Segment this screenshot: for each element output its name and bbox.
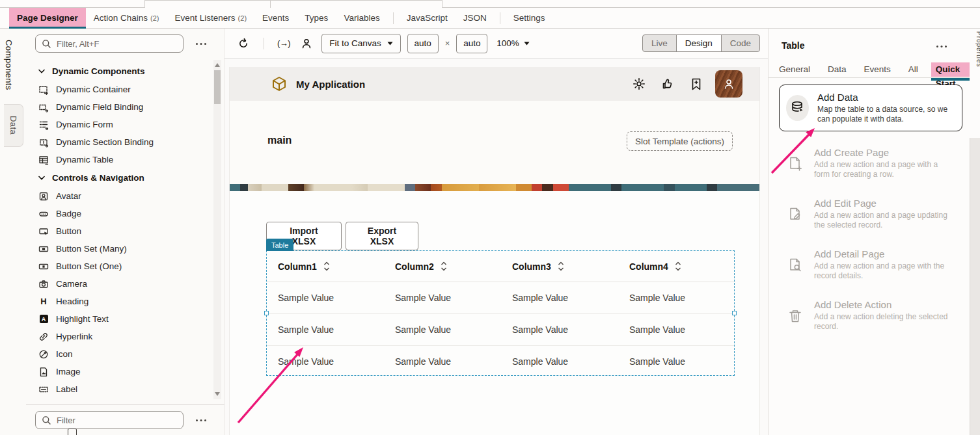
refresh-icon[interactable] [235, 35, 252, 52]
badge-icon [38, 209, 49, 219]
slot-template-button[interactable]: Slot Template (actions) [627, 131, 733, 151]
palette-item-hyperlink[interactable]: Hyperlink [26, 328, 215, 345]
mode-design[interactable]: Design [676, 34, 722, 52]
table-row[interactable]: Sample ValueSample ValueSample ValueSamp… [267, 346, 734, 377]
scroll-down-icon[interactable] [215, 392, 220, 396]
palette-item-label: Button [56, 226, 81, 236]
rail-tab-components[interactable]: Components [4, 34, 14, 96]
table-cell: Sample Value [267, 346, 384, 377]
table-row[interactable]: Sample ValueSample ValueSample ValueSamp… [267, 314, 734, 346]
shell-tab-javascript[interactable]: JavaScript [399, 8, 456, 29]
mode-code[interactable]: Code [721, 34, 760, 52]
shell-tab-event-listeners[interactable]: Event Listeners(2) [167, 8, 255, 29]
panel-tab-all[interactable]: All [908, 62, 918, 77]
components-overflow-button[interactable] [193, 38, 210, 49]
add-data-icon [790, 100, 806, 116]
palette-item-avatar[interactable]: Avatar [26, 187, 215, 205]
properties-overflow-button[interactable] [933, 40, 950, 52]
column-header-label: Column3 [512, 261, 551, 272]
palette-item-button[interactable]: Button [26, 222, 215, 240]
page-plus-icon [787, 155, 804, 172]
column-header-column4[interactable]: Column4 [618, 251, 735, 282]
button-set-many-icon [38, 244, 49, 254]
canvas-width-input[interactable] [407, 34, 439, 53]
sort-icon [441, 261, 447, 271]
shell-tab-json[interactable]: JSON [456, 8, 495, 29]
bookmark-plus-icon[interactable] [687, 74, 706, 94]
app-logo-cube-icon [271, 76, 287, 92]
palette-item-dynamic-section-binding[interactable]: Dynamic Section Binding [26, 133, 215, 151]
export-xlsx-button[interactable]: Export XLSX [346, 222, 418, 250]
palette-item-button-set-one[interactable]: Button Set (One) [26, 257, 215, 275]
selected-table-component[interactable]: Table Column1Column2Column3Column4 Sampl… [266, 250, 735, 376]
palette-item-icon[interactable]: Icon [26, 345, 215, 363]
palette-item-image[interactable]: Image [26, 363, 215, 380]
palette-section-dynamic-components[interactable]: Dynamic Components [26, 62, 215, 81]
shell-tab-settings[interactable]: Settings [506, 8, 553, 29]
shell-tab-page-designer[interactable]: Page Designer [9, 8, 86, 29]
palette-item-dynamic-field-binding[interactable]: Dynamic Field Binding [26, 98, 215, 116]
palette-item-label: Avatar [56, 191, 81, 201]
user-avatar[interactable] [715, 70, 742, 98]
canvas-height-input[interactable] [456, 34, 487, 53]
palette-item-badge[interactable]: Badge [26, 205, 215, 222]
mode-live[interactable]: Live [642, 34, 677, 52]
shell-tab-events[interactable]: Events [254, 8, 297, 29]
rail-tab-data[interactable]: Data [4, 104, 23, 147]
person-icon[interactable] [298, 35, 315, 52]
thumbs-up-icon[interactable] [658, 74, 677, 94]
properties-panel-title: Table [782, 40, 805, 51]
table-cell: Sample Value [267, 314, 384, 345]
properties-panel: Table GeneralDataEventsAllQuick Start Ad… [768, 29, 970, 435]
dynamic-container-icon [38, 85, 49, 95]
column-header-column2[interactable]: Column2 [384, 251, 501, 282]
palette-item-label: Dynamic Field Binding [56, 102, 143, 112]
quickstart-card-add-data[interactable]: Add DataMap the table to a data source, … [779, 85, 962, 131]
fit-to-canvas-select[interactable]: Fit to Canvas [321, 34, 401, 53]
palette-item-label: Highlight Text [56, 314, 109, 324]
structure-overflow-button[interactable] [193, 414, 210, 426]
shell-tab-variables[interactable]: Variables [336, 8, 387, 29]
zoom-select[interactable]: 100% [494, 38, 532, 48]
panel-tab-events[interactable]: Events [864, 62, 891, 77]
canvas-viewport: My Application main Slot Template (actio… [225, 59, 768, 435]
palette-item-heading[interactable]: HHeading [26, 293, 215, 310]
palette-item-button-set-many[interactable]: Button Set (Many) [26, 240, 215, 257]
resize-handle-left[interactable] [264, 311, 269, 315]
palette-item-dynamic-container[interactable]: Dynamic Container [26, 81, 215, 98]
column-header-label: Column2 [395, 261, 434, 272]
shell-tab-types[interactable]: Types [297, 8, 336, 29]
collapsed-panel-tab[interactable]: Properties [975, 31, 980, 68]
palette-item-camera[interactable]: Camera [26, 275, 215, 293]
palette-item-dynamic-form[interactable]: Dynamic Form [26, 116, 215, 133]
palette-section-controls-navigation[interactable]: Controls & Navigation [26, 168, 215, 187]
table-row[interactable]: Sample ValueSample ValueSample ValueSamp… [267, 282, 734, 314]
components-filter-input[interactable] [57, 39, 177, 49]
zoom-value: 100% [497, 38, 519, 48]
structure-filter-input[interactable] [57, 415, 177, 425]
right-edge-rail: Properties [970, 29, 980, 435]
panel-tab-data[interactable]: Data [828, 62, 847, 77]
palette-item-label: Badge [56, 209, 81, 218]
palette-item-dynamic-table[interactable]: Dynamic Table [26, 151, 215, 168]
gear-icon [633, 77, 646, 90]
palette-scrollbar[interactable] [213, 60, 221, 399]
scrollbar-thumb[interactable] [214, 70, 221, 104]
column-header-label: Column1 [278, 261, 317, 272]
inline-frame-icon[interactable]: (→) [276, 38, 292, 48]
table-cell: Sample Value [618, 314, 735, 345]
resize-handle-right[interactable] [732, 311, 737, 315]
camera-icon [38, 279, 49, 289]
column-header-column1[interactable]: Column1 [267, 251, 384, 282]
dynamic-form-icon [38, 120, 49, 130]
gear-icon[interactable] [629, 74, 649, 94]
panel-tab-quick-start[interactable]: Quick Start [931, 62, 975, 77]
palette-item-highlight-text[interactable]: AHighlight Text [26, 310, 215, 328]
column-header-column3[interactable]: Column3 [501, 251, 618, 282]
properties-tabs: GeneralDataEventsAllQuick Start [769, 62, 970, 78]
shell-tab-action-chains[interactable]: Action Chains(2) [86, 8, 167, 29]
palette-item-label[interactable]: Label [26, 380, 215, 398]
scroll-up-icon[interactable] [215, 63, 220, 67]
caret-down-icon [524, 42, 530, 46]
panel-tab-general[interactable]: General [779, 62, 810, 77]
